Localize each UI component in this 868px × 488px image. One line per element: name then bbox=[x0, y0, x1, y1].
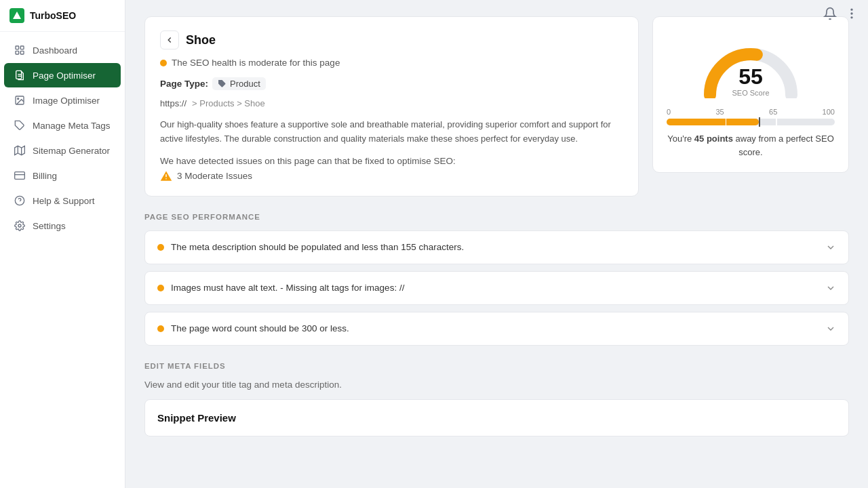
issue-item-0[interactable]: The meta description should be populated… bbox=[144, 230, 849, 264]
score-note: You're 45 points away from a perfect SEO… bbox=[667, 132, 835, 159]
gauge-text: 55 SEO Score bbox=[732, 66, 769, 97]
file-icon bbox=[14, 69, 26, 81]
score-bar-section: 0 35 65 100 bbox=[667, 108, 835, 125]
score-note-suffix: away from a perfect SEO score. bbox=[733, 134, 834, 157]
sidebar-item-billing-label: Billing bbox=[33, 171, 57, 181]
svg-point-19 bbox=[851, 9, 852, 10]
page-type-label: Page Type: bbox=[160, 79, 208, 89]
edit-meta-description: View and edit your title tag and meta de… bbox=[144, 380, 849, 390]
issue-text-2: The page word count should be 300 or les… bbox=[171, 323, 349, 333]
bar-label-0: 0 bbox=[667, 108, 671, 116]
issues-intro: We have detected issues on this page can… bbox=[160, 156, 623, 166]
svg-rect-5 bbox=[16, 70, 22, 79]
more-icon[interactable] bbox=[845, 7, 859, 22]
sidebar-item-image-optimiser[interactable]: Image Optimiser bbox=[4, 88, 121, 113]
topbar bbox=[823, 7, 859, 22]
tick-35 bbox=[726, 117, 727, 127]
map-icon bbox=[14, 144, 26, 157]
issue-dot-1 bbox=[157, 285, 164, 291]
sidebar-logo bbox=[9, 8, 24, 23]
health-text: The SEO health is moderate for this page bbox=[172, 58, 340, 68]
bell-icon[interactable] bbox=[823, 7, 837, 22]
page-url: https:// bbox=[160, 98, 186, 108]
help-icon bbox=[14, 195, 26, 207]
issue-dot-2 bbox=[157, 325, 164, 332]
issue-item-1[interactable]: Images must have alt text. - Missing alt… bbox=[144, 271, 849, 305]
snippet-preview: Snippet Preview bbox=[144, 399, 849, 436]
page-description: Our high-quality shoes feature a support… bbox=[160, 118, 623, 146]
score-note-prefix: You're bbox=[667, 134, 694, 144]
sidebar-item-sitemap-generator[interactable]: Sitemap Generator bbox=[4, 138, 121, 163]
info-card: Shoe The SEO health is moderate for this… bbox=[144, 16, 639, 197]
svg-rect-14 bbox=[15, 172, 25, 180]
svg-marker-11 bbox=[15, 146, 25, 155]
bar-label-35: 35 bbox=[715, 108, 724, 116]
score-bar-labels: 0 35 65 100 bbox=[667, 108, 835, 116]
page-title: Shoe bbox=[186, 33, 216, 47]
issues-count: 3 Moderate Issues bbox=[177, 171, 252, 181]
sidebar-brand: TurboSEO bbox=[30, 10, 76, 21]
sidebar-item-settings[interactable]: Settings bbox=[4, 214, 121, 238]
performance-section-label: PAGE SEO PERFORMANCE bbox=[144, 213, 849, 221]
sidebar-item-sitemap-generator-label: Sitemap Generator bbox=[33, 146, 110, 156]
edit-meta-section-label: EDIT META FIELDS bbox=[144, 362, 849, 370]
health-row: The SEO health is moderate for this page bbox=[160, 58, 623, 68]
sidebar: TurboSEO Dashboard Page Optimiser Image … bbox=[0, 0, 125, 488]
sidebar-item-page-optimiser-label: Page Optimiser bbox=[33, 70, 96, 81]
sidebar-item-manage-meta-tags[interactable]: Manage Meta Tags bbox=[4, 113, 121, 138]
sidebar-item-billing[interactable]: Billing bbox=[4, 163, 121, 188]
page-seo-performance-section: PAGE SEO PERFORMANCE The meta descriptio… bbox=[144, 213, 849, 346]
svg-point-21 bbox=[851, 17, 852, 18]
issue-text-0: The meta description should be populated… bbox=[171, 242, 464, 252]
back-button[interactable] bbox=[160, 30, 179, 49]
image-icon bbox=[14, 94, 26, 106]
sidebar-item-help-support-label: Help & Support bbox=[33, 196, 95, 206]
sidebar-item-image-optimiser-label: Image Optimiser bbox=[33, 96, 100, 106]
url-row: https:// > Products > Shoe bbox=[160, 98, 623, 108]
page-breadcrumb: > Products > Shoe bbox=[192, 98, 265, 108]
issue-dot-0 bbox=[157, 244, 164, 251]
snippet-preview-title: Snippet Preview bbox=[157, 412, 836, 424]
seo-score-label: SEO Score bbox=[732, 89, 769, 97]
svg-point-20 bbox=[851, 13, 852, 14]
bar-label-65: 65 bbox=[769, 108, 777, 116]
grid-icon bbox=[14, 44, 26, 56]
settings-icon bbox=[14, 220, 26, 232]
score-bar-fill bbox=[667, 119, 759, 125]
score-note-points: 45 points bbox=[694, 134, 733, 144]
health-dot bbox=[160, 60, 167, 66]
svg-rect-1 bbox=[16, 46, 19, 49]
tag-icon bbox=[14, 119, 26, 131]
sidebar-item-settings-label: Settings bbox=[33, 221, 66, 231]
edit-meta-section: EDIT META FIELDS View and edit your titl… bbox=[144, 362, 849, 436]
svg-marker-0 bbox=[13, 12, 21, 19]
score-pointer bbox=[759, 117, 760, 127]
issue-item-0-left: The meta description should be populated… bbox=[157, 242, 464, 252]
sidebar-item-help-support[interactable]: Help & Support bbox=[4, 188, 121, 213]
card-title-row: Shoe bbox=[160, 30, 623, 49]
gauge-container: 55 SEO Score bbox=[696, 30, 805, 98]
issue-text-1: Images must have alt text. - Missing alt… bbox=[171, 283, 404, 293]
svg-rect-3 bbox=[16, 51, 19, 54]
sidebar-item-dashboard[interactable]: Dashboard bbox=[4, 38, 121, 62]
score-bar-track bbox=[667, 119, 835, 125]
sidebar-item-dashboard-label: Dashboard bbox=[33, 45, 77, 56]
chevron-down-icon-2 bbox=[825, 323, 836, 334]
sidebar-item-page-optimiser[interactable]: Page Optimiser bbox=[4, 63, 121, 87]
issues-badge: 3 Moderate Issues bbox=[160, 170, 623, 182]
sidebar-nav: Dashboard Page Optimiser Image Optimiser… bbox=[0, 32, 125, 488]
svg-point-23 bbox=[165, 178, 167, 180]
chevron-down-icon-0 bbox=[825, 242, 836, 253]
svg-rect-2 bbox=[20, 46, 24, 49]
issue-item-1-left: Images must have alt text. - Missing alt… bbox=[157, 283, 404, 293]
tick-65 bbox=[776, 117, 777, 127]
chevron-down-icon-1 bbox=[825, 283, 836, 293]
issue-item-2[interactable]: The page word count should be 300 or les… bbox=[144, 312, 849, 346]
bar-label-100: 100 bbox=[823, 108, 835, 116]
sidebar-item-manage-meta-tags-label: Manage Meta Tags bbox=[33, 121, 111, 131]
meta-row: Page Type: Product bbox=[160, 77, 623, 90]
billing-icon bbox=[14, 169, 26, 182]
seo-score-value: 55 bbox=[732, 66, 769, 87]
page-type-tag: Product bbox=[212, 77, 266, 90]
svg-rect-4 bbox=[20, 51, 24, 54]
